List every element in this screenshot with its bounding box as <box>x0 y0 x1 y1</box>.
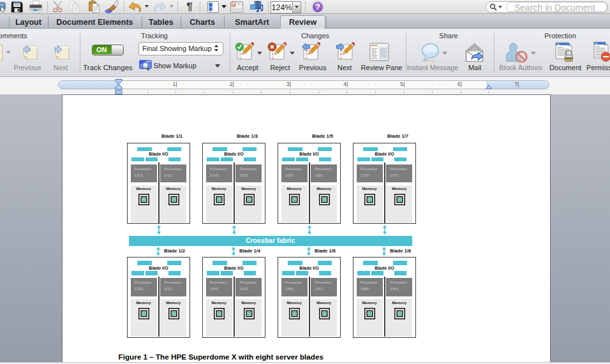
svg-text:W: W <box>595 43 598 45</box>
svg-text:W: W <box>557 43 560 46</box>
